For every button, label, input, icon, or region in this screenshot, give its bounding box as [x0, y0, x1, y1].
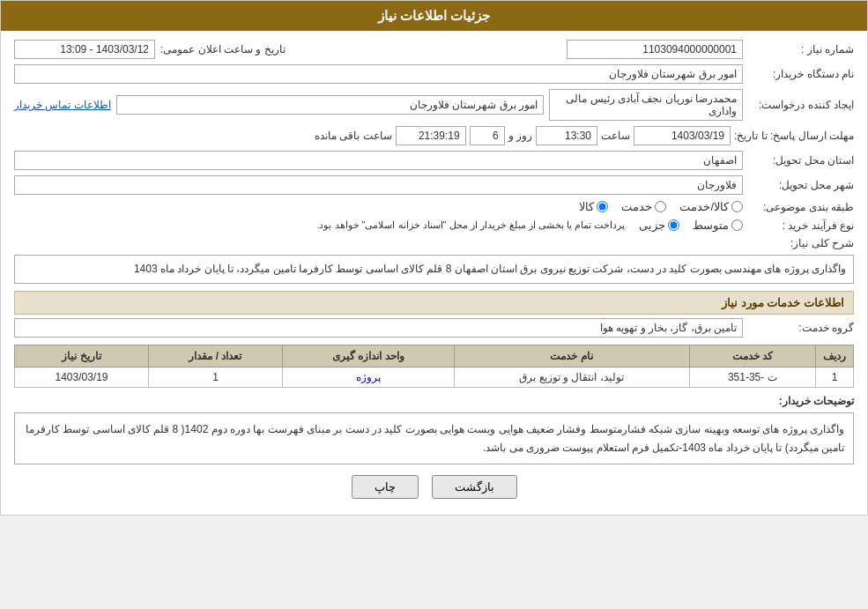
- category-label-kala: کالا: [579, 200, 594, 213]
- purchase-label-jozi: جزیی: [639, 219, 665, 232]
- creator-row: ایجاد کننده درخواست: محمدرضا نوریان نجف …: [14, 89, 854, 121]
- date-label: تاریخ و ساعت اعلان عمومی:: [160, 43, 286, 56]
- need-number-value: 1103094000000001: [567, 40, 743, 59]
- category-option-both[interactable]: کالا/خدمت: [679, 200, 743, 213]
- notes-label: توضیحات خریدار:: [748, 395, 854, 407]
- category-label-khedmat: خدمت: [621, 200, 652, 213]
- cell-qty: 1: [149, 368, 283, 388]
- purchase-type-label: نوع فرآیند خرید :: [748, 219, 854, 232]
- org-name-label: نام دستگاه خریدار:: [748, 68, 854, 80]
- org-name-row: نام دستگاه خریدار: امور برق شهرستان فلاو…: [14, 64, 854, 84]
- creator-name: محمدرضا نوریان نجف آبادی رئیس مالی وادار…: [549, 89, 743, 121]
- purchase-type-row: نوع فرآیند خرید : متوسط جزیی پرداخت تمام…: [14, 219, 854, 232]
- services-table-section: ردیف کد خدمت نام خدمت واحد اندازه گیری ت…: [14, 345, 854, 388]
- city-row: شهر محل تحویل: فلاورجان: [14, 175, 854, 195]
- button-row: بازگشت چاپ: [14, 475, 854, 499]
- purchase-option-motavaset[interactable]: متوسط: [693, 219, 743, 232]
- cell-row: 1: [816, 368, 854, 388]
- need-number-row: شماره نیاز : 1103094000000001 تاریخ و سا…: [14, 40, 854, 59]
- province-row: استان محل تحویل: اصفهان: [14, 151, 854, 170]
- col-unit: واحد اندازه گیری: [282, 345, 454, 368]
- need-number-label: شماره نیاز :: [748, 43, 854, 56]
- creator-dept: امور برق شهرستان فلاورجان: [116, 95, 544, 115]
- purchase-option-jozi[interactable]: جزیی: [639, 219, 679, 232]
- deadline-time: 13:30: [536, 126, 597, 145]
- col-code: کد خدمت: [689, 345, 815, 368]
- purchase-label-motavaset: متوسط: [693, 219, 729, 232]
- col-row: ردیف: [816, 345, 854, 368]
- col-date: تاریخ نیاز: [15, 345, 149, 368]
- page-header: جزئیات اطلاعات نیاز: [1, 1, 867, 31]
- province-value: اصفهان: [14, 151, 743, 170]
- page-container: جزئیات اطلاعات نیاز شماره نیاز : 1103094…: [0, 0, 868, 516]
- deadline-label: مهلت ارسال پاسخ: تا تاریخ:: [734, 130, 854, 142]
- category-row: طبقه بندی موضوعی: کالا/خدمت خدمت کالا: [14, 200, 854, 213]
- category-radio-group: کالا/خدمت خدمت کالا: [579, 200, 743, 213]
- cell-unit: پروژه: [282, 368, 454, 388]
- creator-link[interactable]: اطلاعات تماس خریدار: [14, 99, 111, 111]
- col-name: نام خدمت: [454, 345, 689, 368]
- category-label-both: کالا/خدمت: [679, 200, 729, 213]
- creator-label: ایجاد کننده درخواست:: [748, 99, 854, 111]
- city-label: شهر محل تحویل:: [748, 179, 854, 191]
- description-section-title-row: شرح کلی نیاز:: [14, 237, 854, 249]
- back-button[interactable]: بازگشت: [432, 475, 517, 499]
- deadline-day-label: روز و: [508, 130, 532, 142]
- deadline-days: 6: [470, 126, 505, 145]
- deadline-remaining-label: ساعت باقی مانده: [315, 130, 392, 142]
- deadline-time-label: ساعت: [601, 130, 630, 142]
- description-label: شرح کلی نیاز:: [748, 237, 854, 249]
- services-section-title: اطلاعات خدمات مورد نیاز: [14, 291, 854, 315]
- province-label: استان محل تحویل:: [748, 154, 854, 167]
- services-table: ردیف کد خدمت نام خدمت واحد اندازه گیری ت…: [14, 345, 854, 388]
- city-value: فلاورجان: [14, 175, 743, 195]
- col-qty: تعداد / مقدار: [149, 345, 283, 368]
- notes-box: واگذاری پروژه های توسعه وبهینه سازی شبکه…: [14, 412, 854, 464]
- print-button[interactable]: چاپ: [352, 475, 419, 499]
- page-title: جزئیات اطلاعات نیاز: [378, 8, 490, 23]
- category-option-khedmat[interactable]: خدمت: [621, 200, 666, 213]
- category-option-kala[interactable]: کالا: [579, 200, 608, 213]
- purchase-note: پرداخت تمام یا بخشی از مبلغ خریدار از مح…: [316, 219, 625, 231]
- table-row: 1 ت -35-351 تولید، انتقال و توزیع برق پر…: [15, 368, 854, 388]
- service-group-label: گروه خدمت:: [748, 322, 854, 334]
- notes-section-row: توضیحات خریدار:: [14, 395, 854, 407]
- service-group-row: گروه خدمت: تامین برق، گاز، بخار و تهویه …: [14, 318, 854, 338]
- service-group-value: تامین برق، گاز، بخار و تهویه هوا: [14, 318, 743, 338]
- org-name-value: امور برق شهرستان فلاورجان: [14, 64, 743, 84]
- deadline-remaining: 21:39:19: [396, 126, 466, 145]
- cell-code: ت -35-351: [689, 368, 815, 388]
- date-value: 1403/03/12 - 13:09: [14, 40, 155, 59]
- cell-date: 1403/03/19: [15, 368, 149, 388]
- category-label: طبقه بندی موضوعی:: [748, 201, 854, 213]
- purchase-type-radio-group: متوسط جزیی: [639, 219, 743, 232]
- deadline-date: 1403/03/19: [634, 126, 731, 145]
- cell-name: تولید، انتقال و توزیع برق: [454, 368, 689, 388]
- description-box: واگذاری پروژه های مهندسی بصورت کلید در د…: [14, 255, 854, 284]
- deadline-row: مهلت ارسال پاسخ: تا تاریخ: 1403/03/19 سا…: [14, 126, 854, 145]
